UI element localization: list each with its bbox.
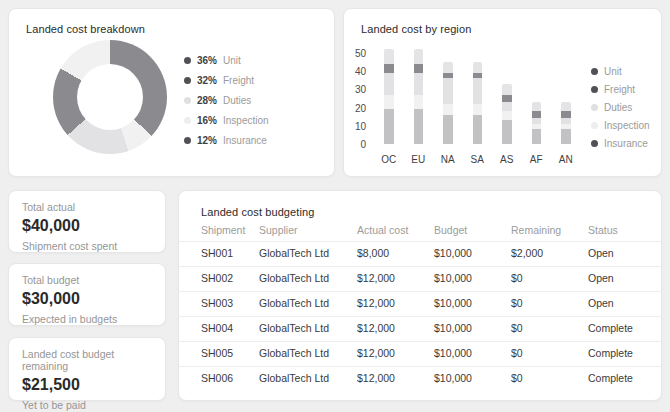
column-header-budget: Budget — [434, 219, 467, 241]
x-axis-label-EU: EU — [411, 154, 425, 165]
column-header-status: Status — [588, 219, 618, 241]
table-row-sh003[interactable]: SH003GlobalTech Ltd$12,000$10,000$0Open — [179, 291, 661, 317]
cell-shipment: SH006 — [201, 366, 233, 391]
legend-dot-icon — [184, 57, 191, 64]
table-row-sh004[interactable]: SH004GlobalTech Ltd$12,000$10,000$0Compl… — [179, 316, 661, 342]
table-row-sh001[interactable]: SH001GlobalTech Ltd$8,000$10,000$2,000Op… — [179, 241, 661, 267]
y-axis-tick-label: 30 — [344, 84, 366, 95]
legend-dot-icon — [184, 137, 191, 144]
cell-status: Open — [588, 291, 614, 316]
cell-shipment: SH001 — [201, 241, 233, 266]
cell-supplier: GlobalTech Ltd — [259, 316, 329, 341]
bar-segment-freight — [473, 104, 483, 115]
column-header-remaining: Remaining — [511, 219, 561, 241]
cell-actual: $12,000 — [357, 291, 395, 316]
cell-shipment: SH005 — [201, 341, 233, 366]
cell-budget: $10,000 — [434, 366, 472, 391]
stat-label: Total budget — [22, 274, 152, 286]
legend-label: Inspection — [223, 115, 269, 126]
bar-segment-duties — [443, 78, 453, 103]
table-row-sh002[interactable]: SH002GlobalTech Ltd$12,000$10,000$0Open — [179, 266, 661, 292]
cell-actual: $12,000 — [357, 266, 395, 291]
bar-segment-inspection — [532, 111, 542, 118]
stat-value: $30,000 — [22, 290, 152, 308]
bar-segment-duties — [414, 73, 424, 95]
table-header-row: ShipmentSupplierActual costBudgetRemaini… — [179, 219, 661, 242]
region-legend: UnitFreightDutiesInspectionInsurance — [591, 66, 650, 148]
bar-segment-unit — [532, 129, 542, 144]
cell-actual: $8,000 — [357, 241, 389, 266]
legend-item: 12%Insurance — [184, 135, 269, 145]
legend-item: Insurance — [591, 138, 650, 148]
cell-shipment: SH004 — [201, 316, 233, 341]
x-axis-label-AN: AN — [559, 154, 573, 165]
stat-label: Total actual — [22, 201, 152, 213]
legend-percent: 12% — [197, 135, 223, 146]
bar-segment-unit — [561, 129, 571, 144]
bar-segment-insurance — [384, 49, 394, 64]
stacked-bar-AN — [561, 102, 571, 144]
cell-remaining: $0 — [511, 366, 523, 391]
stat-sublabel: Expected in budgets — [22, 313, 152, 325]
legend-percent: 36% — [197, 55, 223, 66]
legend-percent: 28% — [197, 95, 223, 106]
legend-dot-icon — [591, 140, 598, 147]
legend-label: Insurance — [604, 138, 648, 149]
region-card: Landed cost by region 01020304050OCEUNAS… — [343, 8, 662, 177]
budgeting-table-title: Landed cost budgeting — [201, 206, 314, 218]
legend-label: Freight — [604, 84, 635, 95]
stacked-bar-AF — [532, 102, 542, 144]
bar-segment-freight — [502, 111, 512, 120]
bar-segment-duties — [384, 73, 394, 95]
cell-status: Open — [588, 241, 614, 266]
breakdown-legend: 36%Unit32%Freight28%Duties16%Inspection1… — [184, 55, 269, 145]
y-axis-tick-label: 20 — [344, 102, 366, 113]
column-header-actual-cost: Actual cost — [357, 219, 408, 241]
cell-status: Open — [588, 266, 614, 291]
legend-label: Duties — [604, 102, 632, 113]
legend-label: Inspection — [604, 120, 650, 131]
budgeting-table-card: Landed cost budgeting ShipmentSupplierAc… — [178, 190, 662, 401]
x-axis-label-NA: NA — [441, 154, 455, 165]
legend-dot-icon — [591, 122, 598, 129]
legend-item: Inspection — [591, 120, 650, 130]
legend-label: Unit — [223, 55, 241, 66]
legend-item: 16%Inspection — [184, 115, 269, 125]
breakdown-card-title: Landed cost breakdown — [26, 23, 145, 35]
donut-chart — [53, 40, 167, 154]
stat-label: Landed cost budget remaining — [22, 348, 152, 372]
legend-percent: 16% — [197, 115, 223, 126]
bar-segment-inspection — [414, 64, 424, 73]
x-axis-label-AF: AF — [530, 154, 543, 165]
y-axis-tick-label: 50 — [344, 48, 366, 59]
bar-segment-freight — [443, 104, 453, 115]
bar-segment-inspection — [384, 64, 394, 73]
stacked-bar-NA — [443, 62, 453, 144]
legend-item: Freight — [591, 84, 650, 94]
cell-budget: $10,000 — [434, 341, 472, 366]
cell-supplier: GlobalTech Ltd — [259, 266, 329, 291]
region-card-title: Landed cost by region — [361, 23, 471, 35]
x-axis-label-SA: SA — [471, 154, 484, 165]
bar-segment-duties — [473, 78, 483, 103]
bar-segment-insurance — [443, 62, 453, 73]
table-row-sh006[interactable]: SH006GlobalTech Ltd$12,000$10,000$0Compl… — [179, 366, 661, 391]
cell-shipment: SH003 — [201, 291, 233, 316]
stacked-bar-EU — [414, 49, 424, 144]
bar-segment-insurance — [414, 49, 424, 64]
cell-remaining: $0 — [511, 341, 523, 366]
cell-remaining: $0 — [511, 291, 523, 316]
legend-label: Unit — [604, 66, 622, 77]
table-row-sh005[interactable]: SH005GlobalTech Ltd$12,000$10,000$0Compl… — [179, 341, 661, 367]
stat-card-total-budget: Total budget $30,000 Expected in budgets — [8, 263, 166, 326]
column-header-shipment: Shipment — [201, 219, 245, 241]
bar-segment-insurance — [473, 62, 483, 73]
legend-item: 32%Freight — [184, 75, 269, 85]
bar-segment-unit — [414, 109, 424, 144]
x-axis-label-AS: AS — [500, 154, 513, 165]
cell-budget: $10,000 — [434, 316, 472, 341]
legend-item: 36%Unit — [184, 55, 269, 65]
legend-dot-icon — [184, 117, 191, 124]
legend-label: Insurance — [223, 135, 267, 146]
stacked-bar-AS — [502, 84, 512, 144]
